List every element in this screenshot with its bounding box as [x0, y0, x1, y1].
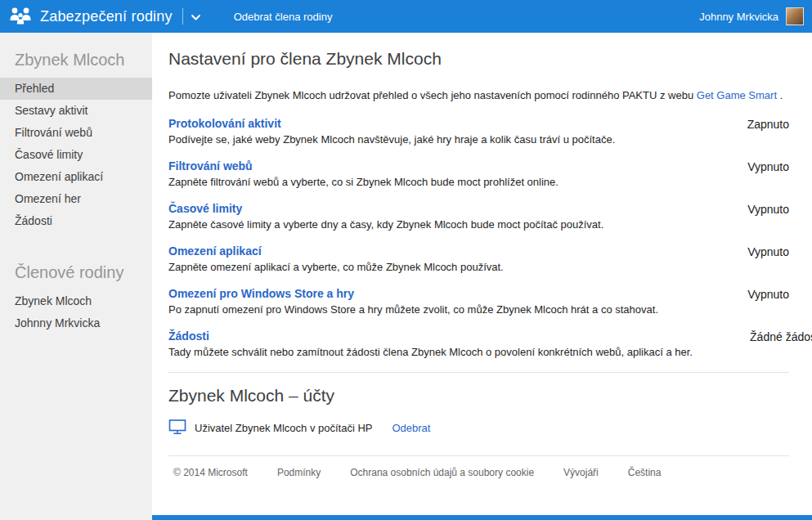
- sidebar-item-filtrovani-webu[interactable]: Filtrování webů: [0, 122, 152, 144]
- status-badge: Žádné žádosti: [750, 329, 812, 343]
- remove-family-member-link[interactable]: Odebrat člena rodiny: [234, 11, 333, 23]
- setting-link-casove-limity[interactable]: Časové limity: [168, 202, 734, 215]
- account-row: Uživatel Zbynek Mlcoch v počítači HP Ode…: [168, 419, 789, 437]
- get-game-smart-link[interactable]: Get Game Smart: [697, 89, 777, 101]
- status-badge: Vypnuto: [747, 159, 789, 173]
- chevron-down-icon[interactable]: [191, 11, 201, 21]
- intro-paragraph: Pomozte uživateli Zbynek Mlcoch udržovat…: [168, 87, 789, 104]
- main-content: Nastavení pro člena Zbynek Mlcoch Pomozt…: [152, 33, 812, 520]
- sidebar: Zbynek Mlcoch Přehled Sestavy aktivit Fi…: [0, 33, 152, 520]
- sidebar-item-sestavy-aktivit[interactable]: Sestavy aktivit: [0, 100, 152, 122]
- sidebar-family-member-zbynek[interactable]: Zbynek Mlcoch: [0, 290, 152, 312]
- setting-row-time-limits: Časové limity Zapněte časové limity a vy…: [168, 202, 789, 231]
- status-badge: Vypnuto: [747, 244, 789, 258]
- monitor-icon: [168, 419, 186, 437]
- setting-desc: Tady můžete schválit nebo zamítnout žádo…: [168, 346, 737, 358]
- sidebar-item-omezeni-her[interactable]: Omezení her: [0, 188, 152, 210]
- setting-desc: Zapněte omezení aplikací a vyberte, co m…: [168, 261, 734, 273]
- setting-row-app-restrictions: Omezení aplikací Zapněte omezení aplikac…: [168, 244, 789, 273]
- setting-link-zadosti[interactable]: Žádosti: [168, 329, 737, 343]
- avatar[interactable]: [786, 7, 804, 25]
- accounts-divider: [168, 372, 789, 373]
- setting-row-store-game-restrictions: Omezení pro Windows Store a hry Po zapnu…: [168, 287, 789, 316]
- page-title: Nastavení pro člena Zbynek Mlcoch: [168, 49, 789, 69]
- setting-row-activity-reporting: Protokolování aktivit Podívejte se, jaké…: [168, 117, 789, 146]
- copyright-text: © 2014 Microsoft: [173, 467, 248, 478]
- app-title: Zabezpečení rodiny: [40, 8, 173, 25]
- app-brand[interactable]: Zabezpečení rodiny: [8, 6, 173, 27]
- sidebar-item-casove-limity[interactable]: Časové limity: [0, 144, 152, 166]
- setting-link-omezeni-aplikaci[interactable]: Omezení aplikací: [168, 244, 734, 258]
- topbar: Zabezpečení rodiny Odebrat člena rodiny …: [0, 0, 812, 33]
- account-remove-link[interactable]: Odebrat: [392, 422, 430, 434]
- setting-link-filtrovani-webu[interactable]: Filtrování webů: [168, 159, 734, 173]
- sidebar-item-prehled[interactable]: Přehled: [0, 78, 152, 100]
- footer: © 2014 Microsoft Podmínky Ochrana osobní…: [168, 456, 789, 478]
- setting-link-omezeni-store-hry[interactable]: Omezení pro Windows Store a hry: [168, 287, 734, 300]
- setting-desc: Po zapnutí omezení pro Windows Store a h…: [168, 303, 734, 316]
- sidebar-member-heading: Zbynek Mlcoch: [0, 41, 152, 78]
- sidebar-family-heading: Členové rodiny: [0, 253, 152, 290]
- status-badge: Vypnuto: [747, 287, 789, 301]
- sidebar-item-omezeni-aplikaci[interactable]: Omezení aplikací: [0, 166, 152, 188]
- setting-desc: Podívejte se, jaké weby Zbynek Mlcoch na…: [168, 133, 734, 146]
- footer-link-podminky[interactable]: Podmínky: [277, 467, 321, 478]
- bottom-accent-strip: [152, 515, 812, 520]
- settings-list: Protokolování aktivit Podívejte se, jaké…: [168, 117, 789, 358]
- setting-desc: Zapněte časové limity a vyberte dny a ča…: [168, 218, 734, 231]
- status-badge: Zapnuto: [747, 117, 789, 131]
- setting-desc: Zapněte filtrování webů a vyberte, co si…: [168, 176, 734, 188]
- footer-link-vyvojari[interactable]: Vývojáři: [563, 467, 599, 478]
- topbar-account: Johnny Mrkvicka: [699, 7, 804, 25]
- account-description: Uživatel Zbynek Mlcoch v počítači HP: [195, 422, 372, 434]
- setting-row-requests: Žádosti Tady můžete schválit nebo zamítn…: [168, 329, 789, 358]
- sidebar-item-zadosti[interactable]: Žádosti: [0, 210, 152, 232]
- footer-link-ochrana-udaju[interactable]: Ochrana osobních údajů a soubory cookie: [350, 467, 534, 478]
- intro-suffix: .: [777, 89, 783, 101]
- setting-row-web-filtering: Filtrování webů Zapněte filtrování webů …: [168, 159, 789, 188]
- sidebar-family-member-johnny[interactable]: Johnny Mrkvicka: [0, 312, 152, 334]
- setting-link-protokolovani-aktivit[interactable]: Protokolování aktivit: [168, 117, 734, 130]
- topbar-separator: [182, 8, 183, 25]
- status-badge: Vypnuto: [747, 202, 789, 216]
- signed-in-user-name[interactable]: Johnny Mrkvicka: [699, 11, 778, 23]
- footer-link-cestina[interactable]: Čeština: [628, 467, 662, 478]
- family-safety-icon: [8, 6, 33, 27]
- page-body: Zbynek Mlcoch Přehled Sestavy aktivit Fi…: [0, 33, 812, 520]
- accounts-section-title: Zbynek Mlcoch – účty: [168, 386, 789, 406]
- intro-text: Pomozte uživateli Zbynek Mlcoch udržovat…: [168, 89, 693, 101]
